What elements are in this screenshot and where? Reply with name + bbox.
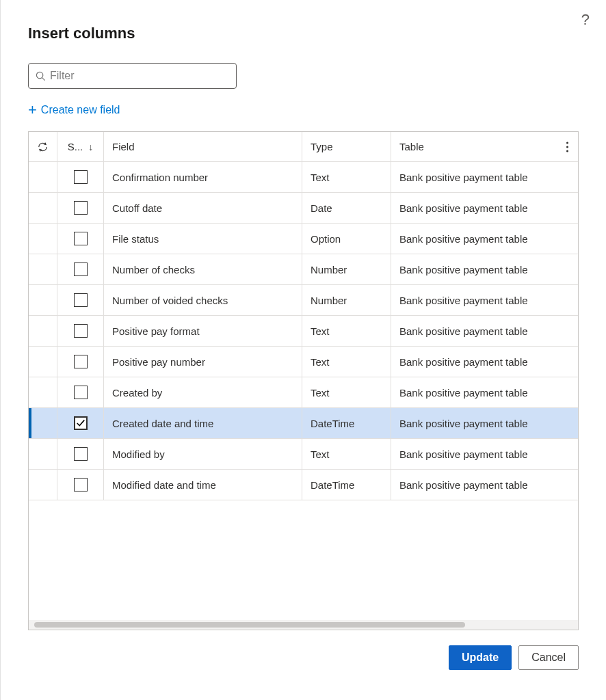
- row-gutter: [31, 254, 57, 284]
- grid-body: Confirmation numberTextBank positive pay…: [29, 162, 578, 620]
- row-checkbox[interactable]: [74, 324, 88, 338]
- row-checkbox[interactable]: [74, 293, 88, 307]
- row-field-cell: File status: [104, 224, 302, 254]
- horizontal-scrollbar[interactable]: [29, 620, 578, 630]
- row-table-cell: Bank positive payment table: [391, 162, 578, 192]
- row-table-cell: Bank positive payment table: [391, 285, 578, 315]
- table-row[interactable]: Confirmation numberTextBank positive pay…: [29, 162, 578, 193]
- row-checkbox[interactable]: [74, 386, 88, 399]
- plus-icon: +: [28, 103, 37, 118]
- column-header-field[interactable]: Field: [104, 132, 302, 161]
- row-select-cell[interactable]: [57, 408, 104, 438]
- filter-field[interactable]: [28, 63, 237, 89]
- row-gutter: [31, 162, 57, 192]
- row-type-cell: Text: [302, 439, 391, 469]
- table-row[interactable]: File statusOptionBank positive payment t…: [29, 224, 578, 254]
- update-button[interactable]: Update: [449, 645, 512, 670]
- row-type-cell: DateTime: [302, 470, 391, 500]
- search-icon: [36, 71, 46, 81]
- row-type-cell: Date: [302, 193, 391, 223]
- create-new-field-link[interactable]: + Create new field: [28, 103, 579, 118]
- column-header-table[interactable]: Table: [391, 132, 578, 161]
- table-row[interactable]: Modified byTextBank positive payment tab…: [29, 439, 578, 470]
- row-table-cell: Bank positive payment table: [391, 347, 578, 377]
- row-checkbox[interactable]: [74, 232, 88, 245]
- svg-line-1: [42, 77, 45, 80]
- row-field-cell: Number of voided checks: [104, 285, 302, 315]
- row-checkbox[interactable]: [74, 170, 88, 184]
- row-select-cell[interactable]: [57, 193, 104, 223]
- table-row[interactable]: Cutoff dateDateBank positive payment tab…: [29, 193, 578, 224]
- row-gutter: [31, 316, 57, 346]
- table-row[interactable]: Created byTextBank positive payment tabl…: [29, 377, 578, 408]
- row-gutter: [31, 439, 57, 469]
- row-select-cell[interactable]: [57, 439, 104, 469]
- row-type-cell: Text: [302, 316, 391, 346]
- row-gutter: [31, 193, 57, 223]
- row-type-cell: Text: [302, 347, 391, 377]
- row-field-cell: Number of checks: [104, 254, 302, 284]
- grid-more-icon[interactable]: [564, 139, 571, 154]
- table-row[interactable]: Created date and timeDateTimeBank positi…: [29, 408, 578, 439]
- table-row[interactable]: Number of voided checksNumberBank positi…: [29, 285, 578, 316]
- row-checkbox[interactable]: [74, 355, 88, 368]
- table-row[interactable]: Positive pay formatTextBank positive pay…: [29, 316, 578, 347]
- row-select-cell[interactable]: [57, 162, 104, 192]
- row-checkbox[interactable]: [74, 262, 88, 276]
- table-row[interactable]: Modified date and timeDateTimeBank posit…: [29, 470, 578, 500]
- help-icon[interactable]: ?: [581, 11, 590, 29]
- row-table-cell: Bank positive payment table: [391, 470, 578, 500]
- row-table-cell: Bank positive payment table: [391, 408, 578, 438]
- refresh-header[interactable]: [29, 132, 57, 161]
- cancel-button[interactable]: Cancel: [518, 645, 579, 670]
- row-checkbox[interactable]: [74, 201, 88, 215]
- row-select-cell[interactable]: [57, 224, 104, 254]
- column-header-select[interactable]: S... ↓: [57, 132, 104, 161]
- check-icon: [76, 418, 85, 428]
- row-field-cell: Positive pay format: [104, 316, 302, 346]
- row-select-cell[interactable]: [57, 254, 104, 284]
- table-row[interactable]: Positive pay numberTextBank positive pay…: [29, 347, 578, 377]
- dialog-title: Insert columns: [28, 25, 579, 42]
- refresh-icon: [37, 141, 49, 153]
- table-row[interactable]: Number of checksNumberBank positive paym…: [29, 254, 578, 285]
- row-field-cell: Positive pay number: [104, 347, 302, 377]
- scrollbar-thumb[interactable]: [34, 622, 465, 628]
- row-table-cell: Bank positive payment table: [391, 193, 578, 223]
- row-gutter: [31, 224, 57, 254]
- row-checkbox[interactable]: [74, 416, 88, 430]
- row-type-cell: Number: [302, 285, 391, 315]
- dialog-footer: Update Cancel: [28, 630, 579, 686]
- fields-grid: S... ↓ Field Type Table Confirmation num…: [28, 131, 579, 630]
- row-field-cell: Modified date and time: [104, 470, 302, 500]
- create-new-field-label: Create new field: [41, 104, 120, 116]
- row-checkbox[interactable]: [74, 478, 88, 492]
- row-select-cell[interactable]: [57, 316, 104, 346]
- row-gutter: [31, 470, 57, 500]
- sort-down-icon: ↓: [88, 142, 93, 152]
- row-type-cell: DateTime: [302, 408, 391, 438]
- row-table-cell: Bank positive payment table: [391, 224, 578, 254]
- row-field-cell: Created date and time: [104, 408, 302, 438]
- row-type-cell: Text: [302, 162, 391, 192]
- row-select-cell[interactable]: [57, 347, 104, 377]
- row-gutter: [31, 285, 57, 315]
- row-type-cell: Text: [302, 377, 391, 407]
- row-table-cell: Bank positive payment table: [391, 316, 578, 346]
- row-type-cell: Number: [302, 254, 391, 284]
- row-table-cell: Bank positive payment table: [391, 377, 578, 407]
- row-gutter: [31, 347, 57, 377]
- row-select-cell[interactable]: [57, 377, 104, 407]
- row-select-cell[interactable]: [57, 470, 104, 500]
- row-table-cell: Bank positive payment table: [391, 254, 578, 284]
- column-header-type[interactable]: Type: [302, 132, 391, 161]
- row-checkbox[interactable]: [74, 447, 88, 461]
- row-field-cell: Cutoff date: [104, 193, 302, 223]
- row-table-cell: Bank positive payment table: [391, 439, 578, 469]
- column-header-select-label: S...: [68, 141, 83, 152]
- filter-input[interactable]: [50, 70, 229, 82]
- row-gutter: [31, 377, 57, 407]
- row-select-cell[interactable]: [57, 285, 104, 315]
- svg-point-0: [36, 72, 42, 78]
- row-field-cell: Created by: [104, 377, 302, 407]
